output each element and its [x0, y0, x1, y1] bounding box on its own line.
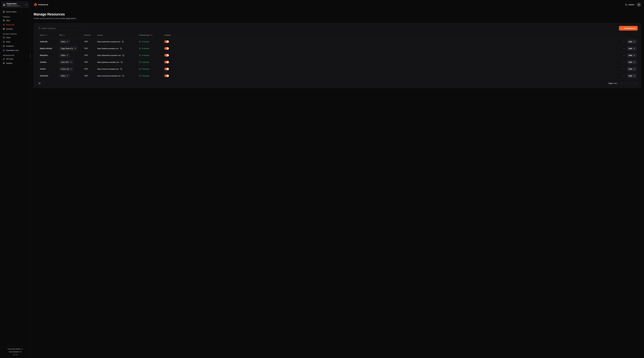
globe-icon [3, 28, 5, 30]
enabled-toggle[interactable] [164, 54, 169, 57]
site-link-button[interactable]: Edge Device 01 [59, 47, 78, 51]
sidebar-item-resources[interactable]: Resources [2, 23, 29, 27]
sidebar-item-server-admin[interactable]: Server Admin [2, 10, 29, 14]
column-header-name[interactable]: Name [40, 34, 59, 36]
resource-name: Authentik [40, 41, 59, 43]
arrow-right-icon [633, 61, 635, 63]
site-link-button[interactable]: Office [59, 53, 70, 57]
auth-status: Protected [139, 75, 164, 77]
edit-button[interactable]: Edit [627, 53, 637, 57]
pagination: Page 1 of 1 [608, 82, 638, 85]
resource-url: https://grafana.example.com [97, 61, 119, 63]
enabled-toggle[interactable] [164, 47, 169, 50]
documentation-link[interactable]: Documentation [1, 350, 29, 353]
resource-name: Nextcloud [40, 75, 59, 77]
page-size-select[interactable]: 20 [37, 81, 45, 85]
org-picker-title: Organization [6, 3, 24, 5]
theme-toggle[interactable]: System [625, 4, 634, 6]
arrow-up-right-icon [66, 55, 68, 56]
sidebar-nav: Server Admin GENERAL Sites Resources Dom… [0, 10, 30, 65]
edit-button[interactable]: Edit [627, 60, 637, 64]
toggle-knob [167, 54, 169, 56]
external-link-icon [21, 348, 23, 350]
site-link-button[interactable]: AWS VPC [59, 60, 73, 64]
community-edition-link[interactable]: Community Edition [1, 347, 29, 350]
sidebar-item-invitations[interactable]: Invitations [2, 44, 29, 48]
auth-status: Protected [139, 61, 164, 63]
enabled-toggle[interactable] [164, 40, 169, 43]
pagination-buttons [620, 82, 638, 85]
copy-url-button[interactable] [122, 54, 124, 57]
edit-button[interactable]: Edit [627, 67, 637, 71]
copy-url-button[interactable] [120, 68, 122, 70]
column-header-site[interactable]: Site [59, 34, 84, 36]
table-header: Name Site Protocol Access Authenticati [37, 32, 638, 38]
row-menu-button[interactable] [622, 75, 625, 77]
edit-button[interactable]: Edit [627, 74, 637, 78]
building-icon [3, 4, 5, 6]
ellipsis-icon [623, 54, 625, 56]
row-menu-button[interactable] [622, 54, 625, 57]
chevrons-right-icon [635, 83, 637, 84]
edit-button[interactable]: Edit [627, 40, 637, 44]
toggle-knob [167, 41, 169, 43]
site-link-button[interactable]: Office [59, 40, 70, 44]
sidebar-item-api-keys[interactable]: API Keys [2, 57, 29, 61]
first-page-button[interactable] [620, 82, 624, 85]
sidebar-item-shareable-links[interactable]: Shareable Links [2, 48, 29, 53]
page-title: Manage Resources [34, 12, 641, 16]
ellipsis-icon [623, 41, 625, 43]
nav-section-general: GENERAL [3, 16, 28, 18]
row-menu-button[interactable] [622, 61, 625, 63]
copy-url-button[interactable] [122, 75, 124, 77]
resource-url: https://battery.example.com [97, 48, 118, 50]
sidebar-item-sites[interactable]: Sites [2, 18, 29, 23]
copy-url-button[interactable] [122, 41, 124, 43]
toggle-knob [167, 68, 169, 70]
sidebar-item-roles[interactable]: Roles [2, 40, 29, 44]
resources-toolbar: Add Resource [37, 26, 638, 31]
brand[interactable]: PANGOLIN [34, 3, 48, 7]
copy-url-button[interactable] [120, 61, 123, 63]
table-row: Grafana AWS VPC TCP https://grafana.exam… [37, 59, 638, 66]
enabled-toggle[interactable] [164, 75, 169, 77]
org-picker-subtitle: milo@fossorial.io's ... [6, 5, 24, 7]
row-menu-button[interactable] [622, 47, 625, 50]
enabled-toggle[interactable] [164, 61, 169, 63]
copy-icon [121, 61, 122, 63]
prev-page-button[interactable] [624, 82, 628, 85]
copy-url-button[interactable] [120, 47, 122, 50]
edit-button[interactable]: Edit [627, 47, 637, 51]
topbar-right: System M [625, 3, 641, 7]
sidebar-item-settings[interactable]: Settings [2, 61, 29, 65]
ellipsis-icon [623, 75, 625, 77]
arrow-up-right-icon [74, 48, 76, 49]
row-menu-button[interactable] [622, 40, 625, 43]
avatar[interactable]: M [637, 3, 641, 7]
next-page-button[interactable] [629, 82, 633, 85]
row-menu-button[interactable] [622, 68, 625, 70]
add-resource-button[interactable]: Add Resource [619, 26, 638, 31]
sidebar: Organization milo@fossorial.io's ... Ser… [0, 0, 30, 358]
moon-icon [625, 4, 627, 6]
site-link-button[interactable]: Office [59, 74, 70, 78]
sidebar-scrollbar[interactable] [30, 54, 30, 58]
sort-icon [63, 34, 65, 36]
column-header-authentication[interactable]: Authentication [139, 34, 164, 36]
sidebar-item-users[interactable]: Users [2, 36, 29, 40]
last-page-button[interactable] [634, 82, 638, 85]
topbar: PANGOLIN System M [30, 0, 644, 9]
search-input[interactable] [42, 27, 81, 29]
sidebar-item-domains[interactable]: Domains [2, 27, 29, 31]
resources-card: Add Resource Name Site Protocol [34, 23, 641, 88]
arrow-right-icon [633, 55, 635, 56]
shield-check-icon [139, 61, 141, 63]
search-box [37, 26, 83, 31]
site-link-button[interactable]: Home Lab [59, 67, 73, 71]
resource-name: Grafana [40, 61, 59, 63]
shield-check-icon [139, 54, 141, 56]
resource-name: Battery Monitor [40, 48, 59, 50]
book-icon [20, 351, 22, 352]
enabled-toggle[interactable] [164, 68, 169, 70]
org-picker[interactable]: Organization milo@fossorial.io's ... [2, 2, 29, 8]
